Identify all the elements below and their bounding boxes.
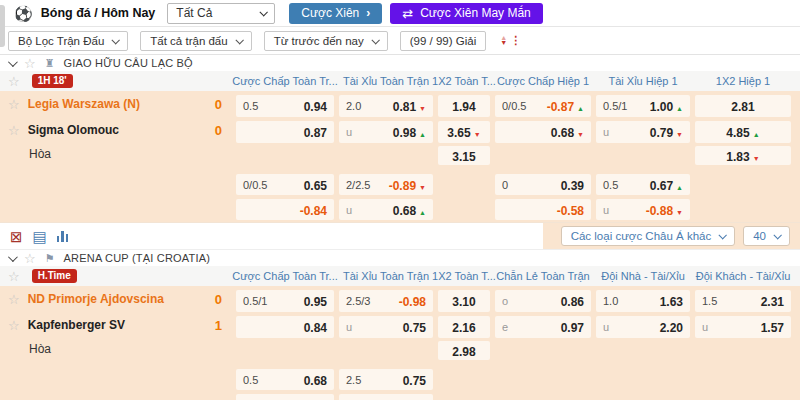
odds-cell[interactable]: 0.50.68 (236, 369, 334, 390)
odds-cell[interactable]: o0.86 (495, 290, 591, 312)
odds-value-wrap: 0.68▼ (551, 123, 584, 141)
odds-cell[interactable]: u0.79▼ (596, 121, 690, 143)
odds-cell[interactable]: u0.98▲ (339, 121, 433, 143)
odds-value: 0.87 (304, 126, 327, 140)
odds-value-wrap: 0.98▲ (393, 123, 426, 141)
drawer-handle[interactable] (0, 5, 5, 47)
draw-label: Hòa (29, 342, 51, 356)
collapse-chevron-icon[interactable] (8, 252, 18, 262)
odds-value-wrap: 0.86 (561, 292, 584, 310)
away-team-row[interactable]: ☆ Sigma Olomouc 0 (0, 117, 232, 143)
odds-cell[interactable]: u1.57 (695, 316, 791, 338)
home-team-row[interactable]: ☆ ND Primorje Ajdovscina 0 (0, 286, 232, 312)
odds-cell-1x2[interactable]: 3.65▼ (438, 121, 490, 143)
bet-types-dropdown[interactable]: Các loại cược Châu Á khác (561, 226, 736, 246)
draw-label: Hòa (29, 147, 51, 161)
odds-cell[interactable]: u-0.98 (339, 394, 433, 400)
favorite-star-icon[interactable]: ☆ (8, 98, 20, 111)
odds-cell[interactable]: 0/0.50.65 (236, 174, 334, 195)
shuffle-icon: ⇄ (402, 6, 413, 21)
odds-cell[interactable]: -0.89 (236, 394, 334, 400)
odds-cell[interactable]: 2.00.81▼ (339, 95, 433, 117)
odds-value-wrap: 2.31 (761, 292, 784, 310)
odds-cell[interactable]: 2.50.75 (339, 369, 433, 390)
odds-column-header: Tài Xỉu Hiệp 1 (596, 75, 690, 87)
teams-panel: ☆ Legia Warszawa (N) 0 ☆ Sigma Olomouc 0… (0, 91, 232, 222)
odds-cell[interactable]: -0.58 (495, 199, 591, 220)
odds-cell[interactable]: e0.97 (495, 316, 591, 338)
odds-cell[interactable]: 00.39 (495, 174, 591, 195)
lucky-parlay-button[interactable]: ⇄ Cược Xiên May Mắn (390, 3, 543, 24)
favorite-star-icon[interactable]: ☆ (8, 270, 20, 283)
odds-cell[interactable]: 0.5/11.00▲ (596, 95, 690, 117)
away-team-row[interactable]: ☆ Kapfenberger SV 1 (0, 312, 232, 338)
handicap-line: u (603, 126, 609, 138)
odds-column-header: Chẵn Lẻ Toàn Trận (495, 270, 591, 282)
view-select[interactable]: Tất Cả (167, 3, 275, 24)
odds-cell-1x2[interactable]: 2.98 (438, 341, 490, 360)
betting-app: ⚽ Bóng đá / Hôm Nay Tất Cả Cược Xiên › ⇄… (0, 0, 800, 400)
odds-cell[interactable]: 2.5/3-0.98 (339, 290, 433, 312)
all-matches-dropdown[interactable]: Tất cả trận đấu (140, 31, 251, 51)
odds-cell-1x2[interactable]: 2.81 (695, 95, 791, 117)
odds-cell-1x2[interactable]: 1.94 (438, 95, 490, 117)
collapse-chevron-icon[interactable] (8, 57, 18, 67)
odds-column-header: Cược Chấp Toàn Tr... (236, 270, 334, 282)
odds-value-wrap: 2.20 (660, 318, 683, 336)
odds-cell-1x2[interactable]: 1.83▼ (695, 146, 791, 165)
time-range-dropdown[interactable]: Từ trước đến nay (264, 31, 388, 51)
odds-down-arrow-icon: ▼ (577, 131, 584, 138)
odds-cell[interactable]: u2.20 (596, 316, 690, 338)
odds-cell[interactable]: -0.84 (236, 199, 334, 220)
odds-cell-1x2[interactable]: 4.85▲ (695, 121, 791, 143)
odds-value: -0.58 (557, 204, 584, 218)
odds-cell[interactable]: 0.5/10.95 (236, 290, 334, 312)
odds-value: 0.75 (403, 374, 426, 388)
odds-cell[interactable]: u-0.88▼ (596, 199, 690, 220)
odds-value-wrap: 1.83▼ (726, 147, 759, 165)
odds-cell[interactable]: 0.50.94 (236, 95, 334, 117)
odds-cell-empty (236, 341, 334, 360)
odds-cell[interactable]: 0/0.5-0.87▲ (495, 95, 591, 117)
odds-up-arrow-icon: ▲ (419, 209, 426, 216)
odds-value-wrap: 0.87 (304, 123, 327, 141)
odds-cell-1x2[interactable]: 2.16 (438, 316, 490, 338)
odds-cell-empty (596, 369, 690, 390)
favorite-star-icon[interactable]: ☆ (24, 252, 36, 265)
odds-cell[interactable]: 0.84 (236, 316, 334, 338)
odds-cell-empty (339, 341, 433, 360)
favorite-star-icon[interactable]: ☆ (24, 57, 36, 70)
league-count-button[interactable]: (99 / 99) Giải (400, 31, 486, 51)
odds-cell[interactable]: u0.68▲ (339, 199, 433, 220)
odds-value: 3.15 (452, 150, 475, 164)
list-view-icon[interactable]: ▤ (33, 229, 47, 244)
match-filter-dropdown[interactable]: Bộ Lọc Trận Đấu (8, 31, 128, 51)
sort-icon[interactable]: ▲▼ ⋮ (500, 35, 521, 46)
favorite-star-icon[interactable]: ☆ (8, 319, 20, 332)
sort-arrows-icon: ▲▼ (500, 36, 507, 45)
favorite-star-icon[interactable]: ☆ (8, 124, 20, 137)
chevron-down-icon (260, 8, 268, 16)
odds-cell[interactable]: 2/2.5-0.89▼ (339, 174, 433, 195)
odds-cell-empty (495, 341, 591, 360)
favorite-star-icon[interactable]: ☆ (8, 75, 20, 88)
odds-cell-1x2[interactable]: 3.15 (438, 146, 490, 165)
favorite-star-icon[interactable]: ☆ (8, 293, 20, 306)
parlay-button[interactable]: Cược Xiên › (289, 3, 382, 24)
odds-down-arrow-icon: ▼ (419, 105, 426, 112)
odds-row: 0.84u0.752.16e0.97u2.20u1.57 (236, 314, 791, 340)
count-dropdown[interactable]: 40 (743, 226, 790, 246)
grid-view-icon[interactable]: ⊠ (10, 229, 23, 244)
odds-cell[interactable]: 0.68▼ (495, 121, 591, 143)
handicap-line: 0.5 (243, 374, 258, 386)
odds-cell[interactable]: u0.75 (339, 316, 433, 338)
odds-value: 2.20 (660, 321, 683, 335)
odds-cell-empty (438, 369, 490, 390)
odds-cell[interactable]: 0.50.67▲ (596, 174, 690, 195)
stats-chart-icon[interactable] (57, 230, 69, 242)
odds-cell[interactable]: 1.01.63 (596, 290, 690, 312)
odds-cell[interactable]: 0.87 (236, 121, 334, 143)
odds-cell[interactable]: 1.52.31 (695, 290, 791, 312)
odds-cell-1x2[interactable]: 3.10 (438, 290, 490, 312)
home-team-row[interactable]: ☆ Legia Warszawa (N) 0 (0, 91, 232, 117)
